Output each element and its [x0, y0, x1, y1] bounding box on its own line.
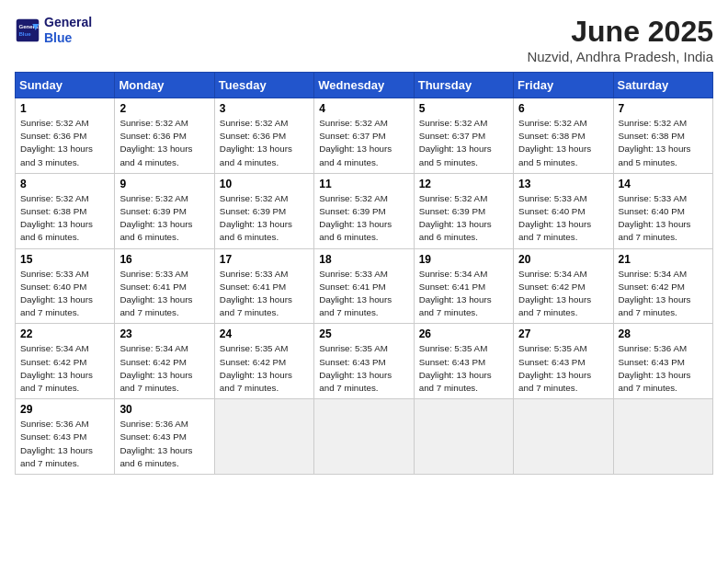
- day-info: Sunrise: 5:33 AM Sunset: 6:41 PM Dayligh…: [119, 268, 209, 320]
- day-number: 29: [20, 403, 109, 416]
- day-number: 26: [419, 327, 508, 340]
- day-number: 24: [220, 327, 309, 340]
- week-row-1: 1 Sunrise: 5:32 AM Sunset: 6:36 PM Dayli…: [16, 98, 713, 174]
- day-header-friday: Friday: [514, 73, 613, 98]
- day-number: 8: [20, 178, 109, 190]
- calendar-cell: 1 Sunrise: 5:32 AM Sunset: 6:36 PM Dayli…: [16, 98, 115, 174]
- day-info: Sunrise: 5:32 AM Sunset: 6:37 PM Dayligh…: [319, 117, 408, 169]
- calendar-cell: 16 Sunrise: 5:33 AM Sunset: 6:41 PM Dayl…: [115, 248, 214, 324]
- day-number: 18: [319, 253, 408, 266]
- day-info: Sunrise: 5:32 AM Sunset: 6:38 PM Dayligh…: [20, 192, 109, 245]
- day-info: Sunrise: 5:36 AM Sunset: 6:43 PM Dayligh…: [20, 418, 109, 470]
- week-row-2: 8 Sunrise: 5:32 AM Sunset: 6:38 PM Dayli…: [16, 173, 713, 248]
- calendar-cell: 21 Sunrise: 5:34 AM Sunset: 6:42 PM Dayl…: [613, 248, 712, 324]
- day-number: 10: [220, 178, 309, 190]
- day-info: Sunrise: 5:35 AM Sunset: 6:43 PM Dayligh…: [419, 342, 508, 395]
- day-number: 27: [518, 327, 608, 340]
- week-row-4: 22 Sunrise: 5:34 AM Sunset: 6:42 PM Dayl…: [16, 324, 713, 399]
- logo-icon: General Blue: [15, 17, 40, 43]
- calendar-cell: 26 Sunrise: 5:35 AM Sunset: 6:43 PM Dayl…: [414, 324, 513, 399]
- day-header-sunday: Sunday: [16, 73, 115, 98]
- calendar-cell: 8 Sunrise: 5:32 AM Sunset: 6:38 PM Dayli…: [16, 173, 115, 248]
- calendar-table: SundayMondayTuesdayWednesdayThursdayFrid…: [15, 72, 713, 475]
- calendar-cell: 11 Sunrise: 5:32 AM Sunset: 6:39 PM Dayl…: [314, 173, 414, 248]
- day-number: 13: [518, 178, 608, 190]
- calendar-cell: [314, 399, 414, 475]
- day-info: Sunrise: 5:32 AM Sunset: 6:39 PM Dayligh…: [419, 192, 508, 245]
- day-number: 3: [220, 102, 309, 115]
- calendar-cell: 22 Sunrise: 5:34 AM Sunset: 6:42 PM Dayl…: [16, 324, 115, 399]
- calendar-cell: 4 Sunrise: 5:32 AM Sunset: 6:37 PM Dayli…: [314, 98, 414, 174]
- day-number: 25: [319, 327, 408, 340]
- day-number: 20: [518, 253, 608, 266]
- day-info: Sunrise: 5:32 AM Sunset: 6:39 PM Dayligh…: [119, 192, 209, 245]
- calendar-cell: [214, 399, 313, 475]
- day-number: 12: [419, 178, 508, 190]
- logo: General Blue GeneralBlue: [15, 15, 92, 46]
- day-number: 1: [20, 102, 109, 115]
- day-info: Sunrise: 5:34 AM Sunset: 6:41 PM Dayligh…: [419, 268, 508, 320]
- calendar-title: June 2025: [527, 15, 713, 49]
- day-info: Sunrise: 5:35 AM Sunset: 6:42 PM Dayligh…: [220, 342, 309, 395]
- day-number: 16: [119, 253, 209, 266]
- day-number: 15: [20, 253, 109, 266]
- calendar-cell: 12 Sunrise: 5:32 AM Sunset: 6:39 PM Dayl…: [414, 173, 513, 248]
- day-info: Sunrise: 5:32 AM Sunset: 6:36 PM Dayligh…: [119, 117, 209, 169]
- day-header-thursday: Thursday: [414, 73, 513, 98]
- day-number: 11: [319, 178, 408, 190]
- calendar-subtitle: Nuzvid, Andhra Pradesh, India: [527, 49, 713, 64]
- day-info: Sunrise: 5:36 AM Sunset: 6:43 PM Dayligh…: [119, 418, 209, 470]
- calendar-cell: 18 Sunrise: 5:33 AM Sunset: 6:41 PM Dayl…: [314, 248, 414, 324]
- day-number: 30: [119, 403, 209, 416]
- day-number: 22: [20, 327, 109, 340]
- day-info: Sunrise: 5:34 AM Sunset: 6:42 PM Dayligh…: [20, 342, 109, 395]
- svg-text:Blue: Blue: [18, 30, 31, 37]
- day-info: Sunrise: 5:35 AM Sunset: 6:43 PM Dayligh…: [319, 342, 408, 395]
- day-number: 6: [518, 102, 608, 115]
- day-number: 28: [619, 327, 708, 340]
- calendar-cell: 30 Sunrise: 5:36 AM Sunset: 6:43 PM Dayl…: [115, 399, 214, 475]
- day-info: Sunrise: 5:32 AM Sunset: 6:39 PM Dayligh…: [319, 192, 408, 245]
- day-number: 23: [119, 327, 209, 340]
- day-number: 9: [119, 178, 209, 190]
- day-number: 21: [619, 253, 708, 266]
- day-number: 5: [419, 102, 508, 115]
- calendar-cell: 19 Sunrise: 5:34 AM Sunset: 6:41 PM Dayl…: [414, 248, 513, 324]
- calendar-cell: 28 Sunrise: 5:36 AM Sunset: 6:43 PM Dayl…: [613, 324, 712, 399]
- day-info: Sunrise: 5:33 AM Sunset: 6:40 PM Dayligh…: [518, 192, 608, 245]
- day-info: Sunrise: 5:36 AM Sunset: 6:43 PM Dayligh…: [619, 342, 708, 395]
- calendar-cell: 24 Sunrise: 5:35 AM Sunset: 6:42 PM Dayl…: [214, 324, 313, 399]
- calendar-cell: [613, 399, 712, 475]
- day-info: Sunrise: 5:32 AM Sunset: 6:36 PM Dayligh…: [220, 117, 309, 169]
- day-number: 14: [619, 178, 708, 190]
- calendar-cell: 2 Sunrise: 5:32 AM Sunset: 6:36 PM Dayli…: [115, 98, 214, 174]
- day-number: 7: [619, 102, 708, 115]
- day-info: Sunrise: 5:34 AM Sunset: 6:42 PM Dayligh…: [119, 342, 209, 395]
- day-header-saturday: Saturday: [613, 73, 712, 98]
- day-number: 19: [419, 253, 508, 266]
- week-row-3: 15 Sunrise: 5:33 AM Sunset: 6:40 PM Dayl…: [16, 248, 713, 324]
- calendar-cell: 29 Sunrise: 5:36 AM Sunset: 6:43 PM Dayl…: [16, 399, 115, 475]
- calendar-cell: 20 Sunrise: 5:34 AM Sunset: 6:42 PM Dayl…: [514, 248, 613, 324]
- day-info: Sunrise: 5:32 AM Sunset: 6:37 PM Dayligh…: [419, 117, 508, 169]
- calendar-cell: [414, 399, 513, 475]
- day-info: Sunrise: 5:33 AM Sunset: 6:40 PM Dayligh…: [619, 192, 708, 245]
- calendar-cell: [514, 399, 613, 475]
- day-info: Sunrise: 5:32 AM Sunset: 6:38 PM Dayligh…: [518, 117, 608, 169]
- day-number: 2: [119, 102, 209, 115]
- day-info: Sunrise: 5:33 AM Sunset: 6:41 PM Dayligh…: [220, 268, 309, 320]
- header: General Blue GeneralBlue June 2025 Nuzvi…: [15, 15, 713, 64]
- day-info: Sunrise: 5:32 AM Sunset: 6:38 PM Dayligh…: [619, 117, 708, 169]
- calendar-cell: 9 Sunrise: 5:32 AM Sunset: 6:39 PM Dayli…: [115, 173, 214, 248]
- calendar-cell: 10 Sunrise: 5:32 AM Sunset: 6:39 PM Dayl…: [214, 173, 313, 248]
- calendar-cell: 13 Sunrise: 5:33 AM Sunset: 6:40 PM Dayl…: [514, 173, 613, 248]
- calendar-cell: 3 Sunrise: 5:32 AM Sunset: 6:36 PM Dayli…: [214, 98, 313, 174]
- day-info: Sunrise: 5:34 AM Sunset: 6:42 PM Dayligh…: [619, 268, 708, 320]
- week-row-5: 29 Sunrise: 5:36 AM Sunset: 6:43 PM Dayl…: [16, 399, 713, 475]
- day-info: Sunrise: 5:32 AM Sunset: 6:39 PM Dayligh…: [220, 192, 309, 245]
- calendar-cell: 17 Sunrise: 5:33 AM Sunset: 6:41 PM Dayl…: [214, 248, 313, 324]
- calendar-cell: 25 Sunrise: 5:35 AM Sunset: 6:43 PM Dayl…: [314, 324, 414, 399]
- calendar-header-row: SundayMondayTuesdayWednesdayThursdayFrid…: [16, 73, 713, 98]
- day-info: Sunrise: 5:35 AM Sunset: 6:43 PM Dayligh…: [518, 342, 608, 395]
- day-info: Sunrise: 5:32 AM Sunset: 6:36 PM Dayligh…: [20, 117, 109, 169]
